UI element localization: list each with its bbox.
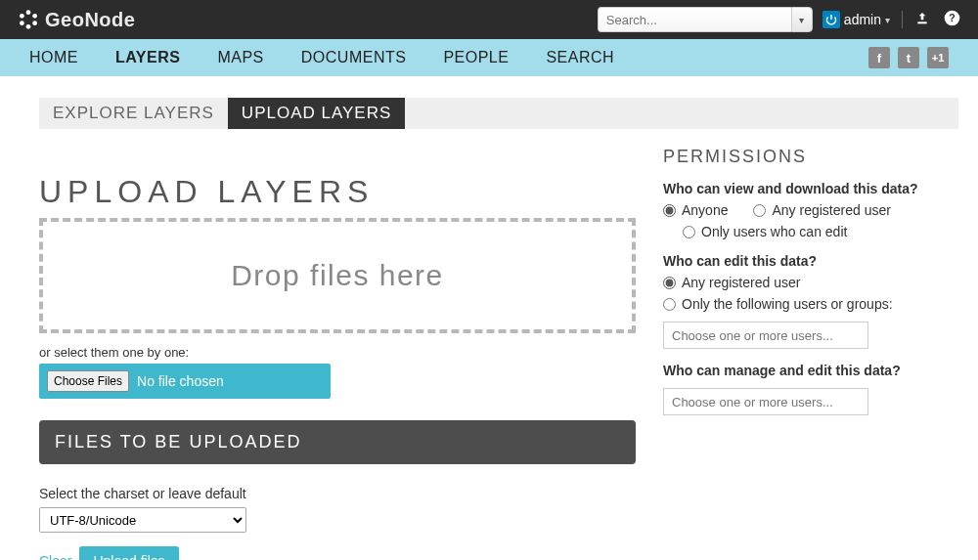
top-icons: ? [914,10,960,29]
brand-text: GeoNode [45,9,135,31]
dropzone[interactable]: Drop files here [39,218,636,333]
nav-documents[interactable]: DOCUMENTS [301,49,407,66]
actions: Clear Upload files [39,546,636,560]
charset-label: Select the charset or leave default [39,486,636,501]
svg-point-5 [32,21,37,25]
main-column: UPLOAD LAYERS Drop files here or select … [39,147,636,560]
radio-edit-registered[interactable] [663,277,676,289]
perm-edit-question: Who can edit this data? [663,253,956,269]
tabs: EXPLORE LAYERS UPLOAD LAYERS [39,98,958,129]
files-to-upload-header: FILES TO BE UPLOADED [39,420,636,464]
radio-view-registered[interactable] [753,204,766,217]
radio-view-editors[interactable] [683,226,695,238]
navbar: HOME LAYERS MAPS DOCUMENTS PEOPLE SEARCH… [0,39,978,76]
twitter-icon[interactable]: t [898,47,919,68]
svg-point-3 [32,14,37,19]
svg-rect-6 [917,22,926,23]
permissions-panel: PERMISSIONS Who can view and download th… [663,147,956,560]
help-icon[interactable]: ? [944,10,960,29]
svg-text:?: ? [949,12,955,23]
or-select-label: or select them one by one: [39,345,636,360]
perm-manage-question: Who can manage and edit this data? [663,363,956,378]
user-menu[interactable]: admin ▾ [822,11,890,28]
svg-point-4 [20,21,24,25]
charset-select[interactable]: UTF-8/Unicode [39,507,246,533]
content: UPLOAD LAYERS Drop files here or select … [0,129,978,560]
page-title: UPLOAD LAYERS [39,174,636,210]
tab-explore-layers[interactable]: EXPLORE LAYERS [39,98,228,129]
topbar-right: ▾ admin ▾ ? [598,7,960,32]
dropzone-text: Drop files here [231,259,444,292]
svg-point-0 [26,10,31,15]
perm-view-registered[interactable]: Any registered user [753,202,890,218]
search-dropdown-toggle[interactable]: ▾ [791,7,813,32]
plus-one-icon[interactable]: +1 [927,47,949,68]
caret-down-icon: ▾ [885,15,890,25]
nav-search[interactable]: SEARCH [546,49,614,66]
search-input[interactable] [598,7,791,32]
brand[interactable]: GeoNode [18,9,135,31]
svg-point-2 [20,14,24,19]
choose-files-button[interactable]: Choose Files [47,370,129,392]
nav-home[interactable]: HOME [29,49,78,66]
logo-icon [18,9,39,30]
upload-icon[interactable] [914,11,930,29]
nav-layers[interactable]: LAYERS [115,49,180,66]
perm-view-editors[interactable]: Only users who can edit [683,224,956,239]
choose-files-status: No file chosen [137,373,224,389]
nav-people[interactable]: PEOPLE [443,49,509,66]
user-name: admin [844,12,881,27]
upload-files-button[interactable]: Upload files [79,546,178,560]
svg-point-1 [26,24,31,29]
clear-link[interactable]: Clear [39,553,71,560]
facebook-icon[interactable]: f [868,47,890,68]
perm-edit-users-input[interactable] [663,322,868,349]
search-wrap: ▾ [598,7,813,32]
radio-edit-specific[interactable] [663,298,676,311]
power-icon [822,11,840,28]
choose-files-wrap: Choose Files No file chosen [39,364,331,399]
radio-view-anyone[interactable] [663,204,676,217]
topbar: GeoNode ▾ admin ▾ ? [0,0,978,39]
nav-maps[interactable]: MAPS [217,49,263,66]
perm-manage-users-input[interactable] [663,388,868,415]
divider [902,11,903,28]
tab-upload-layers[interactable]: UPLOAD LAYERS [228,98,405,129]
perm-edit-registered[interactable]: Any registered user [663,275,956,290]
perm-view-anyone[interactable]: Anyone [663,202,728,218]
nav-social: f t +1 [868,47,949,68]
perm-edit-specific[interactable]: Only the following users or groups: [663,296,956,312]
perm-view-question: Who can view and download this data? [663,181,956,196]
permissions-title: PERMISSIONS [663,147,956,167]
